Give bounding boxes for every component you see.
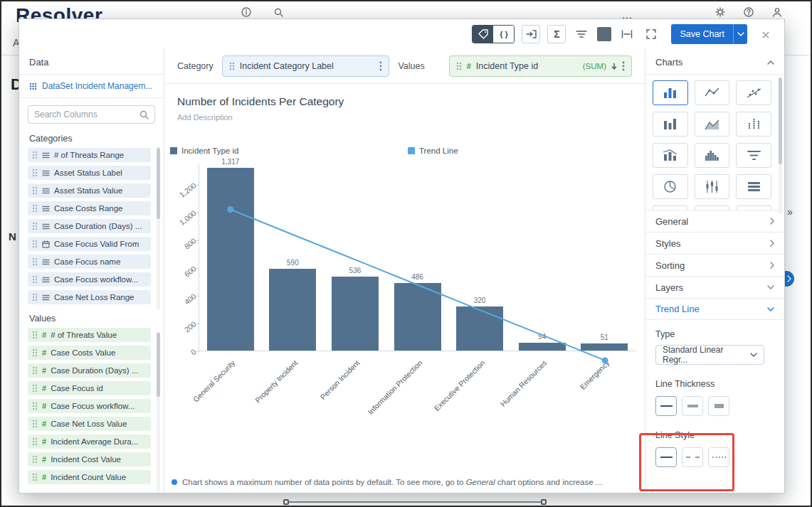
chart-type-column-button[interactable]: [653, 80, 688, 105]
chart-grid-scrollbar[interactable]: [779, 78, 782, 164]
chart-type-area-button[interactable]: [695, 112, 730, 137]
bar-slot: 1,317: [199, 164, 262, 351]
number-icon: #: [42, 455, 46, 464]
chevron-down-icon: [767, 307, 774, 311]
section-trend-line[interactable]: Trend Line: [645, 298, 784, 320]
braces-icon: { }: [500, 30, 508, 38]
thickness-medium-button[interactable]: [682, 396, 703, 416]
slider-handle-right[interactable]: [541, 499, 547, 505]
section-sorting[interactable]: Sorting: [645, 254, 784, 276]
expand-panel-tab[interactable]: [784, 271, 794, 287]
chart-type-dot-column-button[interactable]: [736, 112, 771, 137]
value-item[interactable]: # # of Threats Value: [28, 328, 151, 342]
collapse-panel-chevrons[interactable]: »: [787, 206, 793, 218]
value-item[interactable]: # Case Focus id: [28, 381, 151, 395]
chart-type-histogram-button[interactable]: [695, 143, 730, 168]
bar[interactable]: [269, 269, 316, 351]
section-label: General: [655, 216, 688, 227]
add-description-link[interactable]: Add Description: [177, 113, 632, 122]
category-item[interactable]: Case Costs Range: [28, 201, 151, 215]
trend-type-select[interactable]: Standard Linear Regr...: [655, 345, 764, 365]
bar-slot: 486: [386, 164, 449, 351]
aggregate-button[interactable]: Σ: [547, 25, 566, 43]
category-item-label: Case Net Loss Range: [54, 293, 135, 301]
legend-item-bar[interactable]: Incident Type id: [170, 146, 238, 155]
category-field-pill[interactable]: Incident Category Label: [222, 55, 390, 77]
chart-type-column-button[interactable]: [653, 206, 688, 210]
chart-type-grid: [645, 75, 784, 210]
category-item[interactable]: Asset Status Label: [28, 166, 151, 180]
y-axis-label: 400: [170, 292, 198, 316]
bar[interactable]: [519, 343, 566, 351]
section-general[interactable]: General: [645, 210, 784, 232]
drag-handle-icon[interactable]: [456, 62, 462, 70]
style-tag-button[interactable]: [473, 26, 493, 43]
chart-type-table-button[interactable]: [736, 174, 771, 199]
bar[interactable]: [394, 283, 441, 351]
chart-title[interactable]: Number of Incidents Per Category: [177, 95, 632, 108]
caret-down-icon: [737, 32, 744, 36]
bar[interactable]: [332, 277, 379, 351]
drag-handle-icon[interactable]: [229, 62, 235, 70]
search-columns-input[interactable]: [34, 110, 139, 119]
slider-handle-left[interactable]: [283, 499, 289, 505]
style-solid-button[interactable]: [655, 447, 677, 467]
bar[interactable]: [207, 168, 254, 351]
category-item[interactable]: Case Net Loss Range: [28, 290, 151, 304]
value-item[interactable]: # Incident Average Dura...: [28, 434, 151, 449]
category-item[interactable]: Case Focus workflow...: [28, 272, 151, 287]
info-dot-icon: [172, 479, 177, 485]
categories-scrollbar[interactable]: [157, 148, 160, 219]
thickness-thick-button[interactable]: [708, 396, 729, 416]
filter-button[interactable]: [573, 25, 590, 43]
save-chart-menu-button[interactable]: [733, 24, 747, 44]
sort-descending-icon[interactable]: [611, 63, 617, 70]
fullscreen-button[interactable]: [643, 25, 660, 43]
kebab-menu-icon[interactable]: [622, 61, 625, 71]
thickness-thin-button[interactable]: [655, 396, 677, 416]
bar[interactable]: [456, 306, 503, 351]
value-item[interactable]: # Incident Count Value: [28, 470, 151, 484]
category-item[interactable]: # of Threats Range: [28, 148, 151, 162]
color-swatch[interactable]: [597, 27, 611, 41]
category-item[interactable]: Case Duration (Days) ...: [28, 219, 151, 233]
code-view-button[interactable]: { }: [493, 26, 514, 43]
close-button[interactable]: ×: [757, 27, 774, 42]
value-item[interactable]: # Case Costs Value: [28, 346, 151, 360]
chart-type-bars-button[interactable]: [653, 112, 688, 137]
legend-item-trend[interactable]: Trend Line: [408, 146, 458, 155]
style-dotted-button[interactable]: [708, 447, 729, 467]
y-axis-label: 1,000: [170, 208, 198, 233]
values-field-pill[interactable]: # Incident Type id (SUM): [449, 55, 632, 77]
value-item[interactable]: # Case Duration (Days) ...: [28, 363, 151, 378]
value-item-label: Case Duration (Days) ...: [51, 366, 138, 375]
chart-type-funnel-button[interactable]: [736, 143, 771, 168]
aggregation-badge: (SUM): [583, 62, 606, 70]
kebab-menu-icon[interactable]: [379, 61, 382, 71]
timeline-slider[interactable]: [286, 501, 544, 503]
section-styles[interactable]: Styles: [645, 232, 784, 254]
category-item[interactable]: Asset Status Value: [28, 183, 151, 198]
fit-width-button[interactable]: [618, 25, 636, 43]
bar[interactable]: [581, 343, 628, 351]
chart-type-scatter-button[interactable]: [736, 80, 771, 105]
values-scrollbar[interactable]: [157, 333, 160, 397]
value-item[interactable]: # Case Focus workflow...: [28, 399, 151, 413]
charts-panel-header[interactable]: Charts: [645, 49, 784, 75]
dataset-item[interactable]: DataSet Incident Managem...: [19, 75, 164, 98]
value-item[interactable]: # Case Net Loss Value: [28, 417, 151, 431]
drag-handle-icon: [32, 222, 38, 230]
style-dashed-button[interactable]: [682, 447, 703, 467]
chart-type-scatter-button[interactable]: [736, 206, 771, 210]
chart-type-pie-button[interactable]: [653, 174, 688, 199]
section-layers[interactable]: Layers: [645, 276, 784, 298]
embed-button[interactable]: [522, 25, 540, 43]
category-item[interactable]: Case Focus Valid From: [28, 237, 151, 251]
save-chart-button[interactable]: Save Chart: [671, 24, 733, 44]
chart-type-bar-line-button[interactable]: [653, 143, 688, 168]
chart-type-line-button[interactable]: [695, 80, 730, 105]
value-item[interactable]: # Incident Cost Value: [28, 452, 151, 466]
chart-type-line-button[interactable]: [695, 206, 730, 210]
category-item[interactable]: Case Focus name: [28, 255, 151, 269]
chart-type-candlestick-button[interactable]: [695, 174, 730, 199]
